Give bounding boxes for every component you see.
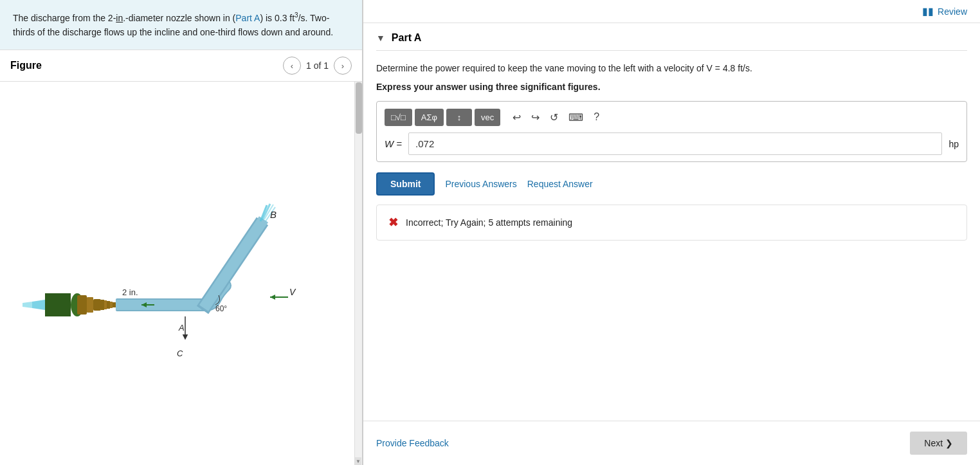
svg-rect-6	[93, 299, 101, 311]
review-bar: ▮▮ Review	[363, 0, 980, 23]
label-b: B	[270, 209, 277, 220]
sqrt-icon: □√□	[391, 113, 406, 122]
svg-rect-0	[13, 157, 322, 388]
answer-unit: hp	[948, 139, 959, 149]
figure-illustration: B A C 2 in. 60°	[13, 157, 322, 388]
toolbar-help-button[interactable]: ?	[590, 109, 603, 125]
part-collapse-arrow[interactable]: ▼	[376, 33, 385, 43]
part-header: ▼ Part A	[376, 23, 967, 51]
svg-rect-15	[116, 300, 206, 310]
toolbar-refresh-button[interactable]: ↺	[546, 109, 562, 126]
label-a: A	[178, 323, 185, 333]
figure-svg: B A C 2 in. 60°	[0, 144, 362, 403]
left-panel: The discharge from the 2-in.-diameter no…	[0, 0, 363, 465]
sigma-icon: ΑΣφ	[421, 113, 437, 122]
vec-icon: vec	[481, 113, 494, 122]
toolbar-sigma-button[interactable]: ΑΣφ	[415, 109, 444, 126]
figure-nav: ‹ 1 of 1 ›	[283, 57, 352, 75]
toolbar-separator	[504, 108, 505, 126]
figure-link[interactable]: Part A	[235, 13, 260, 23]
error-text: Incorrect; Try Again; 5 attempts remaini…	[406, 217, 572, 228]
bottom-bar: Provide Feedback Next ❯	[363, 421, 980, 465]
scrollbar-thumb[interactable]	[356, 82, 362, 134]
help-icon: ?	[594, 111, 599, 122]
question-text: Determine the power required to keep the…	[376, 61, 967, 75]
review-link[interactable]: ▮▮ Review	[922, 5, 967, 17]
refresh-icon: ↺	[550, 112, 558, 123]
toolbar-arrows-button[interactable]: ↕	[446, 109, 472, 126]
answer-label: W =	[385, 138, 402, 149]
figure-count: 1 of 1	[306, 60, 329, 71]
svg-rect-5	[87, 297, 93, 313]
problem-statement: The discharge from the 2-in.-diameter no…	[0, 0, 362, 50]
previous-answers-link[interactable]: Previous Answers	[445, 179, 516, 189]
error-icon: ✖	[388, 215, 398, 230]
svg-rect-8	[104, 300, 107, 309]
figure-next-button[interactable]: ›	[334, 57, 352, 75]
toolbar-sqrt-button[interactable]: □√□	[385, 109, 412, 126]
problem-text: The discharge from the 2-in.-diameter no…	[13, 13, 333, 37]
answer-input[interactable]	[408, 132, 942, 155]
math-answer-row: W = hp	[385, 132, 959, 155]
svg-rect-7	[101, 300, 104, 310]
express-text: Express your answer using three signific…	[376, 82, 967, 92]
figure-image-area: B A C 2 in. 60°	[0, 82, 362, 465]
scrollbar-down-arrow[interactable]: ▼	[355, 457, 361, 465]
figure-label: Figure	[10, 60, 283, 71]
figure-prev-button[interactable]: ‹	[283, 57, 301, 75]
part-title: Part A	[392, 32, 422, 44]
redo-icon: ↪	[531, 112, 540, 123]
label-angle: 60°	[215, 304, 227, 313]
math-toolbar: □√□ ΑΣφ ↕ vec ↩ ↪ ↺	[385, 108, 959, 126]
arrows-icon: ↕	[457, 113, 462, 122]
request-answer-link[interactable]: Request Answer	[527, 179, 593, 189]
part-section: ▼ Part A Determine the power required to…	[363, 23, 980, 253]
figure-header: Figure ‹ 1 of 1 ›	[0, 50, 362, 82]
svg-rect-4	[77, 295, 87, 315]
toolbar-undo-button[interactable]: ↩	[509, 109, 525, 126]
next-button[interactable]: Next ❯	[910, 432, 967, 455]
review-label: Review	[938, 6, 967, 17]
math-input-container: □√□ ΑΣφ ↕ vec ↩ ↪ ↺	[376, 101, 967, 162]
review-icon: ▮▮	[922, 5, 934, 17]
label-2in: 2 in.	[122, 287, 138, 297]
toolbar-redo-button[interactable]: ↪	[527, 109, 543, 126]
feedback-link[interactable]: Provide Feedback	[376, 438, 449, 448]
svg-rect-11	[113, 302, 116, 307]
submit-button[interactable]: Submit	[376, 172, 435, 196]
svg-rect-10	[110, 302, 113, 308]
undo-icon: ↩	[513, 112, 521, 123]
svg-rect-2	[45, 293, 71, 316]
right-panel: ▮▮ Review ▼ Part A Determine the power r…	[363, 0, 980, 465]
toolbar-vec-button[interactable]: vec	[475, 109, 500, 126]
toolbar-keyboard-button[interactable]: ⌨	[565, 109, 587, 126]
error-box: ✖ Incorrect; Try Again; 5 attempts remai…	[376, 205, 967, 241]
keyboard-icon: ⌨	[568, 112, 583, 123]
label-c: C	[177, 349, 183, 358]
action-row: Submit Previous Answers Request Answer	[376, 172, 967, 196]
svg-rect-9	[107, 301, 110, 309]
scrollbar-track[interactable]: ▼	[354, 82, 362, 465]
